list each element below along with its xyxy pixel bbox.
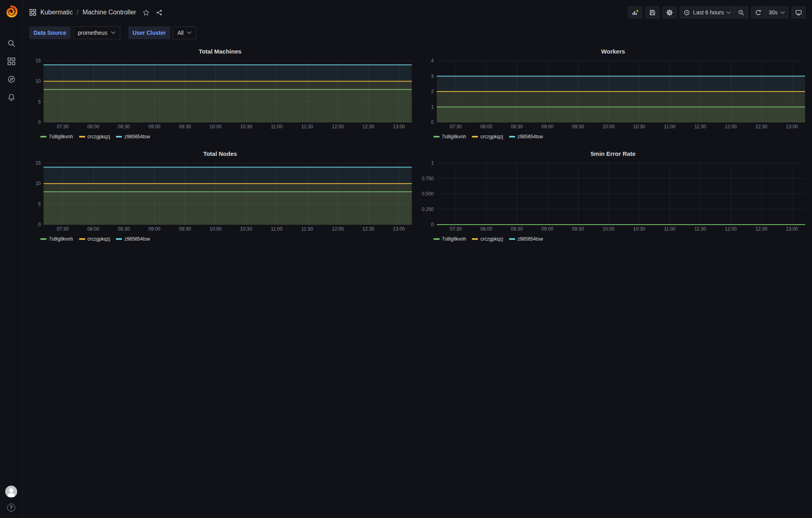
x-axis-tick-label: 12:30 [362, 226, 374, 232]
chart-plot[interactable] [44, 163, 412, 225]
x-axis: 07:3008:0008:3009:0009:3010:0010:3011:00… [437, 225, 805, 233]
dashboard-settings-button[interactable] [663, 6, 677, 18]
legend-series-name: crczgpkqzj [88, 134, 110, 139]
add-panel-button[interactable] [628, 6, 642, 18]
legend-series-name: z985654tsw [517, 134, 543, 139]
x-axis-tick-label: 08:00 [87, 124, 99, 130]
legend-series-color [472, 136, 478, 137]
alerting-bell-icon[interactable] [7, 93, 16, 102]
search-icon[interactable] [7, 39, 16, 48]
variable-label: User Cluster [128, 26, 170, 39]
chevron-down-icon [111, 31, 115, 34]
save-dashboard-button[interactable] [645, 6, 659, 18]
refresh-interval-label: 30s [768, 9, 778, 16]
x-axis-tick-label: 08:00 [87, 226, 99, 232]
legend-series-color [116, 136, 122, 137]
zoom-out-button[interactable] [734, 6, 748, 18]
x-axis-tick-label: 07:30 [450, 226, 462, 232]
breadcrumb-section[interactable]: Kubermatic [40, 9, 73, 16]
legend-series-color [79, 136, 85, 137]
legend-series-name: 7s8lg8kvnh [442, 236, 466, 242]
time-range-button[interactable]: Last 6 hours [680, 6, 734, 18]
legend-item[interactable]: crczgpkqzj [79, 236, 110, 242]
legend-series-name: crczgpkqzj [480, 236, 503, 242]
y-axis-tick-label: 10 [36, 181, 41, 186]
legend-item[interactable]: crczgpkqzj [472, 236, 503, 242]
legend-series-name: crczgpkqzj [88, 236, 110, 242]
dashboards-icon[interactable] [7, 57, 16, 66]
breadcrumb: Kubermatic / Machine Controller [29, 9, 163, 16]
chart-plot[interactable] [44, 61, 412, 122]
legend-series-color [40, 238, 46, 240]
x-axis-tick-label: 12:00 [332, 226, 344, 232]
x-axis-tick-label: 10:30 [240, 124, 252, 130]
chart-plot[interactable] [437, 163, 805, 225]
help-icon[interactable]: ? [7, 504, 15, 512]
x-axis-tick-label: 08:30 [118, 226, 130, 232]
legend-item[interactable]: crczgpkqzj [79, 134, 110, 139]
x-axis-tick-label: 10:00 [209, 226, 221, 232]
kiosk-mode-button[interactable] [792, 6, 806, 18]
legend-item[interactable]: z985654tsw [116, 134, 150, 139]
y-axis-tick-label: 15 [36, 160, 41, 166]
topbar: Kubermatic / Machine Controller [23, 0, 812, 25]
panel-title[interactable]: 5min Error Rate [422, 149, 805, 158]
chart-plot-row: 00.2500.5000.7501 [422, 163, 805, 225]
chart-plot-row: 051015 [28, 61, 412, 122]
user-avatar[interactable] [5, 486, 17, 498]
legend-item[interactable]: 7s8lg8kvnh [40, 134, 73, 139]
dashboard-title[interactable]: Machine Controller [82, 9, 136, 16]
legend-item[interactable]: 7s8lg8kvnh [434, 236, 466, 242]
legend-item[interactable]: 7s8lg8kvnh [434, 134, 466, 139]
x-axis-tick-label: 12:30 [755, 124, 767, 130]
panel-title[interactable]: Total Nodes [28, 149, 412, 158]
y-axis-tick-label: 4 [431, 58, 434, 64]
grafana-logo[interactable] [4, 4, 19, 19]
refresh-group: 30s [751, 6, 788, 18]
chart-plot-row: 01234 [422, 61, 805, 122]
dashboard-variables: Data SourceprometheusUser ClusterAll [23, 25, 812, 44]
y-axis-tick-label: 5 [38, 201, 41, 207]
refresh-icon [755, 9, 762, 16]
explore-compass-icon[interactable] [7, 75, 16, 84]
legend-series-name: z985654tsw [124, 134, 150, 139]
legend-series-color [509, 136, 515, 137]
x-axis-tick-label: 08:30 [511, 226, 523, 232]
legend-item[interactable]: z985654tsw [509, 134, 543, 139]
refresh-interval-button[interactable]: 30s [765, 6, 788, 18]
chart-plot[interactable] [437, 61, 805, 122]
clock-icon [683, 9, 690, 16]
y-axis-tick-label: 0 [38, 222, 41, 227]
x-axis-tick-label: 13:00 [393, 226, 405, 232]
plus-icon [637, 10, 639, 12]
y-axis: 00.2500.5000.7501 [422, 163, 437, 225]
x-axis-tick-label: 11:00 [664, 124, 675, 130]
time-range-label: Last 6 hours [693, 9, 724, 16]
x-axis-tick-label: 08:00 [480, 226, 492, 232]
x-axis-tick-label: 08:00 [480, 124, 492, 130]
y-axis-tick-label: 10 [36, 78, 41, 84]
share-icon[interactable] [156, 9, 163, 16]
x-axis-tick-label: 09:30 [179, 124, 191, 130]
legend-series-name: 7s8lg8kvnh [49, 134, 73, 139]
legend-series-name: 7s8lg8kvnh [442, 134, 466, 139]
star-icon[interactable] [143, 9, 149, 16]
y-axis-tick-label: 15 [36, 58, 41, 64]
sidebar-nav [7, 39, 16, 102]
variable-select[interactable]: prometheus [73, 26, 120, 39]
variable-value: prometheus [78, 30, 107, 36]
legend-item[interactable]: z985654tsw [116, 236, 150, 242]
zoom-out-icon [738, 9, 744, 16]
legend-item[interactable]: crczgpkqzj [472, 134, 503, 139]
legend-item[interactable]: 7s8lg8kvnh [40, 236, 73, 242]
panel-title[interactable]: Workers [422, 47, 805, 56]
dashboard-toolbar: Last 6 hours [628, 6, 806, 18]
legend-series-color [509, 238, 515, 240]
panel-title[interactable]: Total Machines [28, 47, 412, 56]
x-axis-tick-label: 11:30 [695, 124, 706, 130]
x-axis-tick-label: 12:30 [755, 226, 767, 232]
variable-select[interactable]: All [173, 26, 197, 39]
refresh-button[interactable] [751, 6, 765, 18]
y-axis: 051015 [28, 61, 44, 122]
legend-item[interactable]: z985654tsw [509, 236, 543, 242]
